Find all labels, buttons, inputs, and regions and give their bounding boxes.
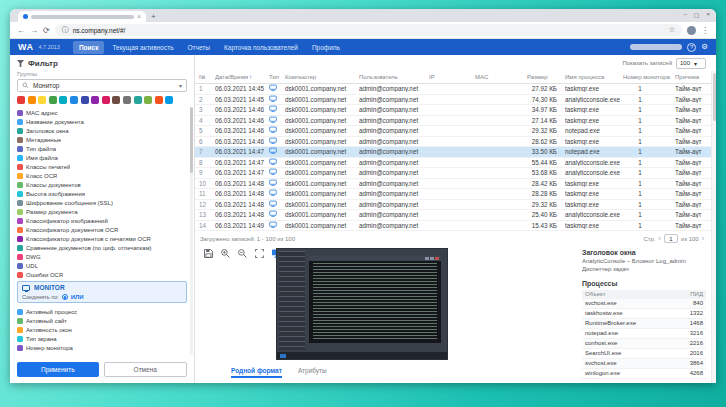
filter-category-icon[interactable]: [165, 96, 173, 104]
table-row[interactable]: 606.03.2021 14:46dsk0001.company.netadmi…: [195, 137, 716, 148]
filter-item[interactable]: Заголовок окна: [17, 126, 187, 135]
filter-item[interactable]: MAC адрес: [17, 108, 187, 117]
filter-item[interactable]: Классификатор изображений: [17, 216, 187, 225]
filter-item[interactable]: Номер монитора: [17, 343, 187, 352]
filter-category-icon[interactable]: [17, 96, 25, 104]
column-header-1[interactable]: Дата/Время↑: [215, 74, 269, 80]
filter-item[interactable]: Активность окон: [17, 325, 187, 334]
filter-category-icon[interactable]: [81, 96, 89, 104]
bookmark-star-icon[interactable]: ☆: [669, 26, 675, 34]
new-tab-button[interactable]: +: [151, 12, 156, 22]
cancel-button[interactable]: Отмена: [104, 362, 188, 377]
table-row[interactable]: 406.03.2021 14:46dsk0001.company.netadmi…: [195, 116, 716, 127]
filter-category-icon[interactable]: [155, 96, 163, 104]
nav-item-2[interactable]: Отчеты: [182, 41, 216, 54]
filter-category-icon[interactable]: [59, 96, 67, 104]
filter-item[interactable]: Классы документов: [17, 180, 187, 189]
filter-category-icon[interactable]: [49, 96, 57, 104]
process-row[interactable]: winlogon.exe4268: [582, 369, 706, 379]
column-header-2[interactable]: Тип: [269, 74, 285, 80]
column-header-9[interactable]: Номер монитора: [623, 74, 675, 80]
zoom-in-icon[interactable]: [220, 248, 231, 259]
table-row[interactable]: 1206.03.2021 14:48dsk0001.company.netadm…: [195, 200, 716, 211]
nav-item-0[interactable]: Поиск: [73, 41, 105, 54]
filter-item[interactable]: Высота изображения: [17, 189, 187, 198]
filter-item[interactable]: Тип файла: [17, 144, 187, 153]
column-header-8[interactable]: Имя процесса: [565, 74, 623, 80]
site-info-icon[interactable]: ⓘ: [62, 25, 69, 35]
table-row[interactable]: 1306.03.2021 14:48dsk0001.company.netadm…: [195, 210, 716, 221]
process-row[interactable]: svchost.exe840: [582, 299, 706, 309]
maximize-icon[interactable]: ▢: [694, 11, 700, 18]
filter-item[interactable]: Сравнение документов (по циф. отпечаткам…: [17, 243, 187, 252]
filter-item[interactable]: DWG: [17, 252, 187, 261]
zoom-out-icon[interactable]: [237, 248, 248, 259]
back-icon[interactable]: ←: [17, 26, 25, 35]
filter-item[interactable]: Имя файла: [17, 153, 187, 162]
table-row[interactable]: 206.03.2021 14:45dsk0001.company.netadmi…: [195, 95, 716, 106]
process-row[interactable]: svchost.exe3864: [582, 359, 706, 369]
filter-item[interactable]: Шифрование сообщения (SSL): [17, 198, 187, 207]
table-row[interactable]: 706.03.2021 14:47dsk0001.company.netadmi…: [195, 147, 716, 158]
tab-close-icon[interactable]: ×: [137, 13, 141, 20]
sidebar-scrollbar[interactable]: [190, 107, 193, 355]
tab-native-format[interactable]: Родной формат: [231, 367, 282, 378]
filter-item[interactable]: Название документа: [17, 117, 187, 126]
table-row[interactable]: 506.03.2021 14:46dsk0001.company.netadmi…: [195, 126, 716, 137]
filter-item[interactable]: Классификатор документов OCR: [17, 225, 187, 234]
process-row[interactable]: SearchUI.exe2016: [582, 349, 706, 359]
help-icon[interactable]: ?: [687, 43, 696, 52]
filter-category-icon[interactable]: [102, 96, 110, 104]
column-header-10[interactable]: Причина: [675, 74, 712, 80]
screenshot-preview[interactable]: [277, 249, 447, 359]
column-header-5[interactable]: IP: [429, 74, 475, 80]
filter-item[interactable]: Класс OCR: [17, 171, 187, 180]
filter-category-icon[interactable]: [144, 96, 152, 104]
filter-item[interactable]: Тип экрана: [17, 334, 187, 343]
table-row[interactable]: 1406.03.2021 14:49dsk0001.company.netadm…: [195, 221, 716, 232]
tab-attributes[interactable]: Атрибуты: [298, 367, 327, 378]
table-row[interactable]: 1006.03.2021 14:48dsk0001.company.netadm…: [195, 179, 716, 190]
column-header-7[interactable]: Размер: [527, 74, 565, 80]
filter-item[interactable]: Активный процесс: [17, 307, 187, 316]
filter-category-icon[interactable]: [28, 96, 36, 104]
main-scrollbar[interactable]: [711, 71, 716, 383]
filter-item[interactable]: Активный сайт: [17, 316, 187, 325]
nav-item-1[interactable]: Текущая активность: [106, 41, 179, 54]
group-select[interactable]: Монитор ▾: [17, 79, 187, 92]
column-header-3[interactable]: Компьютер: [285, 74, 359, 80]
filter-item[interactable]: Классификатор документов с печатями OCR: [17, 234, 187, 243]
forward-icon[interactable]: →: [30, 26, 38, 35]
column-header-0[interactable]: №: [199, 74, 215, 80]
column-header-4[interactable]: Пользователь: [359, 74, 429, 80]
page-number-input[interactable]: 1: [664, 234, 678, 243]
filter-category-icon[interactable]: [134, 96, 142, 104]
close-icon[interactable]: ×: [706, 11, 710, 18]
browser-tab[interactable]: ×: [18, 11, 146, 22]
process-row[interactable]: RuntimeBroker.exe1468: [582, 319, 706, 329]
filter-category-icon[interactable]: [70, 96, 78, 104]
process-row[interactable]: taskhostw.exe1332: [582, 309, 706, 319]
filter-category-icon[interactable]: [123, 96, 131, 104]
minimize-icon[interactable]: –: [683, 11, 686, 18]
browser-profile-avatar[interactable]: [687, 26, 696, 35]
column-header-6[interactable]: MAC: [475, 74, 527, 80]
apply-button[interactable]: Применить: [17, 362, 99, 377]
filter-item[interactable]: Ошибки OCR: [17, 270, 187, 279]
filter-item[interactable]: Метаданные: [17, 135, 187, 144]
filter-category-icon[interactable]: [91, 96, 99, 104]
monitor-filter-section[interactable]: MONITOR Соединять по: ИЛИ: [17, 281, 187, 303]
table-row[interactable]: 1106.03.2021 14:48dsk0001.company.netadm…: [195, 189, 716, 200]
show-records-select[interactable]: 100 ▾: [676, 58, 706, 69]
reload-icon[interactable]: ⟳: [43, 26, 50, 35]
nav-item-4[interactable]: Профиль: [306, 41, 346, 54]
filter-item[interactable]: Классы печатей: [17, 162, 187, 171]
settings-gear-icon[interactable]: ⚙: [701, 43, 708, 51]
table-row[interactable]: 906.03.2021 14:47dsk0001.company.netadmi…: [195, 168, 716, 179]
save-icon[interactable]: [203, 248, 214, 259]
table-row[interactable]: 806.03.2021 14:47dsk0001.company.netadmi…: [195, 158, 716, 169]
table-row[interactable]: 106.03.2021 14:45dsk0001.company.netadmi…: [195, 84, 716, 95]
filter-item[interactable]: Размер документа: [17, 207, 187, 216]
nav-item-3[interactable]: Карточка пользователей: [218, 41, 304, 54]
url-bar[interactable]: ⓘ ns.company.net/#/ ☆: [55, 24, 682, 36]
